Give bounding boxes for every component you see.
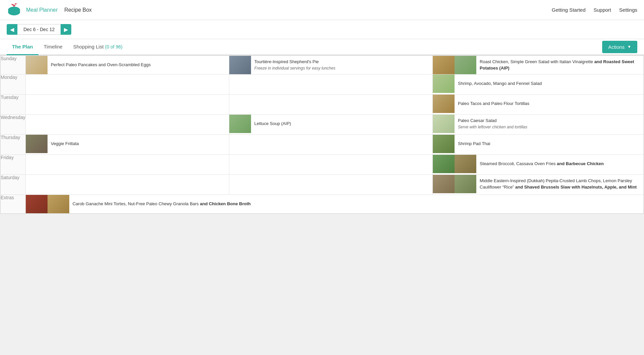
- day-label-extras: Extras: [1, 195, 26, 214]
- meal-item: Shrimp, Avocado, Mango and Fennel Salad: [433, 75, 643, 93]
- sunday-breakfast[interactable]: Perfect Paleo Pancakes and Oven-Scramble…: [25, 56, 229, 75]
- meal-table: Sunday Perfect Paleo Pancakes and Oven-S…: [0, 55, 644, 214]
- meal-item: Paleo Tacos and Paleo Flour Tortillas: [433, 95, 643, 113]
- nav-recipe-box[interactable]: Recipe Box: [64, 7, 92, 13]
- svg-point-1: [8, 7, 20, 13]
- meal-image: [433, 56, 476, 74]
- table-row: Wednesday Lettuce Soup (AIP) Paleo Caesa…: [1, 115, 644, 135]
- meal-plan-content: Sunday Perfect Paleo Pancakes and Oven-S…: [0, 55, 644, 214]
- meal-image: [26, 135, 48, 153]
- table-row: Extras Carob Ganache Mini Tortes, Nut-Fr…: [1, 195, 644, 214]
- meal-image: [433, 115, 455, 133]
- nav-settings[interactable]: Settings: [619, 7, 637, 13]
- tuesday-breakfast[interactable]: [25, 95, 229, 115]
- app-logo: [7, 3, 21, 17]
- day-label-tuesday: Tuesday: [1, 95, 26, 115]
- meal-text: Middle Eastern-Inspired (Dukkah) Pepita-…: [480, 178, 643, 190]
- shopping-list-label: Shopping List: [73, 44, 104, 49]
- meal-text: Perfect Paleo Pancakes and Oven-Scramble…: [51, 62, 151, 68]
- meal-image: [433, 75, 455, 93]
- day-label-wednesday: Wednesday: [1, 115, 26, 135]
- table-row: Thursday Veggie Frittata Shrimp Pad Thai: [1, 135, 644, 155]
- meal-text: Veggie Frittata: [51, 141, 79, 147]
- meal-image: [229, 115, 251, 133]
- actions-label: Actions: [608, 44, 625, 50]
- friday-lunch[interactable]: [229, 155, 432, 175]
- nav-meal-planner[interactable]: Meal Planner: [26, 7, 58, 13]
- meal-text: Carob Ganache Mini Tortes, Nut-Free Pale…: [73, 201, 251, 207]
- tab-timeline[interactable]: Timeline: [38, 39, 68, 55]
- meal-image: [229, 56, 251, 74]
- meal-text: Shrimp Pad Thai: [458, 141, 490, 147]
- meal-item: Steamed Broccoli, Cassava Oven Fries and…: [433, 155, 643, 173]
- meal-text: Paleo Tacos and Paleo Flour Tortillas: [458, 101, 529, 107]
- nav-support[interactable]: Support: [593, 7, 611, 13]
- meal-text: Tourtière-Inspired Shepherd's Pie Freeze…: [254, 59, 335, 71]
- meal-item: Roast Chicken, Simple Green Salad with I…: [433, 56, 643, 74]
- meal-image: [433, 135, 455, 153]
- saturday-breakfast[interactable]: [25, 175, 229, 195]
- meal-item: Perfect Paleo Pancakes and Oven-Scramble…: [26, 56, 229, 74]
- date-navigation: ◀ Dec 6 - Dec 12 ▶: [0, 20, 644, 39]
- saturday-lunch[interactable]: [229, 175, 432, 195]
- wednesday-breakfast[interactable]: [25, 115, 229, 135]
- meal-item: Carob Ganache Mini Tortes, Nut-Free Pale…: [26, 195, 643, 213]
- thursday-breakfast[interactable]: Veggie Frittata: [25, 135, 229, 155]
- table-row: Friday Steamed Broccoli, Cassava Oven Fr…: [1, 155, 644, 175]
- thursday-lunch[interactable]: [229, 135, 432, 155]
- day-label-monday: Monday: [1, 75, 26, 95]
- meal-image: [433, 95, 455, 113]
- saturday-dinner[interactable]: Middle Eastern-Inspired (Dukkah) Pepita-…: [433, 175, 644, 195]
- top-navigation: Meal Planner Recipe Box Getting Started …: [0, 0, 644, 20]
- meal-text: Steamed Broccoli, Cassava Oven Fries and…: [480, 161, 604, 167]
- meal-item: Lettuce Soup (AIP): [229, 115, 432, 133]
- day-label-thursday: Thursday: [1, 135, 26, 155]
- actions-dropdown-icon: ▼: [627, 44, 631, 49]
- date-range-display: Dec 6 - Dec 12: [17, 24, 61, 35]
- meal-text: Paleo Caesar Salad Serve with leftover c…: [458, 118, 527, 130]
- nav-links-right: Getting Started Support Settings: [552, 7, 637, 13]
- meal-item: Shrimp Pad Thai: [433, 135, 643, 153]
- table-row: Monday Shrimp, Avocado, Mango and Fennel…: [1, 75, 644, 95]
- next-week-button[interactable]: ▶: [61, 24, 71, 35]
- tab-the-plan[interactable]: The Plan: [7, 39, 38, 55]
- meal-text: Shrimp, Avocado, Mango and Fennel Salad: [458, 81, 542, 87]
- meal-image: [26, 195, 69, 213]
- meal-text: Lettuce Soup (AIP): [254, 121, 291, 127]
- tuesday-lunch[interactable]: [229, 95, 432, 115]
- nav-links-left: Meal Planner Recipe Box: [26, 7, 552, 13]
- table-row: Tuesday Paleo Tacos and Paleo Flour Tort…: [1, 95, 644, 115]
- meal-item: Veggie Frittata: [26, 135, 229, 153]
- monday-breakfast[interactable]: [25, 75, 229, 95]
- table-row: Sunday Perfect Paleo Pancakes and Oven-S…: [1, 56, 644, 75]
- tuesday-dinner[interactable]: Paleo Tacos and Paleo Flour Tortillas: [433, 95, 644, 115]
- day-label-friday: Friday: [1, 155, 26, 175]
- meal-item: Paleo Caesar Salad Serve with leftover c…: [433, 115, 643, 133]
- meal-image: [433, 175, 476, 193]
- meal-text: Roast Chicken, Simple Green Salad with I…: [480, 59, 643, 71]
- tabs-bar: The Plan Timeline Shopping List (0 of 96…: [0, 39, 644, 55]
- meal-item: Middle Eastern-Inspired (Dukkah) Pepita-…: [433, 175, 643, 193]
- meal-image: [26, 56, 48, 74]
- day-label-saturday: Saturday: [1, 175, 26, 195]
- nav-getting-started[interactable]: Getting Started: [552, 7, 585, 13]
- extras-cell[interactable]: Carob Ganache Mini Tortes, Nut-Free Pale…: [25, 195, 643, 214]
- sunday-lunch[interactable]: Tourtière-Inspired Shepherd's Pie Freeze…: [229, 56, 432, 75]
- tab-shopping-list[interactable]: Shopping List (0 of 96): [68, 39, 128, 55]
- meal-item: Tourtière-Inspired Shepherd's Pie Freeze…: [229, 56, 432, 74]
- prev-week-button[interactable]: ◀: [7, 24, 17, 35]
- thursday-dinner[interactable]: Shrimp Pad Thai: [433, 135, 644, 155]
- table-row: Saturday Middle Eastern-Inspired (Dukkah…: [1, 175, 644, 195]
- wednesday-lunch[interactable]: Lettuce Soup (AIP): [229, 115, 432, 135]
- day-label-sunday: Sunday: [1, 56, 26, 75]
- monday-lunch[interactable]: [229, 75, 432, 95]
- actions-button[interactable]: Actions ▼: [602, 41, 637, 53]
- meal-image: [433, 155, 476, 173]
- wednesday-dinner[interactable]: Paleo Caesar Salad Serve with leftover c…: [433, 115, 644, 135]
- shopping-list-count: (0 of 96): [105, 44, 123, 49]
- monday-dinner[interactable]: Shrimp, Avocado, Mango and Fennel Salad: [433, 75, 644, 95]
- sunday-dinner[interactable]: Roast Chicken, Simple Green Salad with I…: [433, 56, 644, 75]
- friday-breakfast[interactable]: [25, 155, 229, 175]
- friday-dinner[interactable]: Steamed Broccoli, Cassava Oven Fries and…: [433, 155, 644, 175]
